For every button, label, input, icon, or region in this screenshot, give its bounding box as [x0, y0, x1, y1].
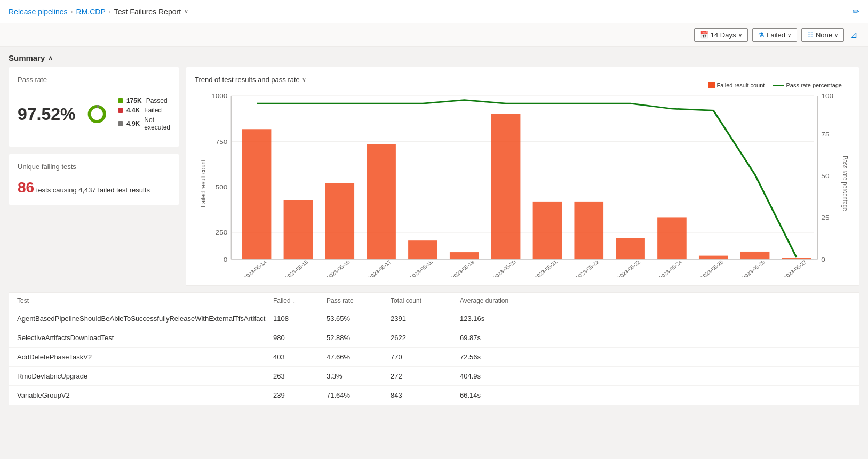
svg-text:2023-05-22: 2023-05-22	[575, 260, 600, 277]
svg-text:250: 250	[216, 230, 228, 236]
failed-label: Failed	[144, 107, 162, 114]
none-label: None	[816, 31, 832, 39]
not-executed-count: 4.9K	[126, 120, 140, 127]
filter-button[interactable]: ⊿	[848, 28, 859, 42]
svg-text:2023-05-17: 2023-05-17	[367, 260, 393, 277]
summary-panels: Pass rate 97.52%	[9, 67, 859, 286]
chart-svg-element: 0 250 500 750 1000 Failed result count 0…	[195, 90, 850, 277]
unique-description: tests causing 4,437 failed test results	[34, 186, 150, 194]
svg-text:2023-05-16: 2023-05-16	[325, 259, 351, 277]
cell-total-4: 843	[391, 391, 460, 399]
svg-text:2023-05-27: 2023-05-27	[782, 260, 808, 277]
cell-failed-1: 980	[273, 334, 327, 342]
table-row[interactable]: AddDeletePhaseTaskV2 403 47.66% 770 72.5…	[9, 348, 859, 367]
svg-text:2023-05-25: 2023-05-25	[699, 259, 725, 277]
legend-failed: 4.4K Failed	[118, 107, 170, 114]
none-filter-button[interactable]: ☷ None ∨	[801, 28, 844, 42]
chart-legend: Failed result count Pass rate percentage	[708, 82, 842, 88]
svg-text:2023-05-18: 2023-05-18	[409, 259, 434, 277]
top-bar: Release pipelines › RM.CDP › Test Failur…	[0, 0, 868, 23]
failed-legend-label: Failed result count	[717, 82, 765, 88]
breadcrumb-rm-cdp[interactable]: RM.CDP	[76, 7, 106, 16]
cell-avg-2: 72.56s	[460, 353, 540, 361]
unique-failing-title: Unique failing tests	[18, 163, 170, 171]
svg-text:500: 500	[216, 184, 228, 190]
bar-7	[533, 202, 562, 259]
chart-title-chevron[interactable]: ∨	[302, 76, 306, 83]
calendar-icon: 📅	[700, 31, 708, 39]
bar-0	[242, 129, 272, 259]
svg-text:50: 50	[821, 173, 829, 179]
bar-1	[284, 200, 313, 259]
legend-not-executed: 4.9K Not executed	[118, 116, 170, 131]
pass-rate-content: 97.52%	[18, 90, 170, 138]
cell-passrate-4: 71.64%	[327, 391, 391, 399]
col-header-passrate: Pass rate	[327, 297, 391, 304]
cell-test-2: AddDeletePhaseTaskV2	[17, 353, 273, 361]
toolbar: 📅 14 Days ∨ ⚗ Failed ∨ ☷ None ∨ ⊿	[0, 23, 868, 47]
bar-9	[616, 238, 645, 259]
svg-text:Failed result count: Failed result count	[199, 159, 207, 207]
pass-rate-title: Pass rate	[18, 76, 170, 84]
breadcrumb-release-pipelines[interactable]: Release pipelines	[9, 7, 68, 16]
sort-icon[interactable]: ↓	[293, 298, 296, 304]
table-row[interactable]: VariableGroupV2 239 71.64% 843 66.14s	[9, 386, 859, 405]
cell-test-0: AgentBasedPipelineShouldBeAbleToSuccessf…	[17, 315, 273, 323]
bar-8	[574, 202, 603, 259]
cell-test-3: RmoDevfabricUpgrade	[17, 372, 273, 380]
cell-total-0: 2391	[391, 315, 460, 323]
svg-text:2023-05-20: 2023-05-20	[491, 259, 517, 277]
svg-point-3	[91, 108, 102, 120]
table-row[interactable]: AgentBasedPipelineShouldBeAbleToSuccessf…	[9, 309, 859, 328]
table-row[interactable]: RmoDevfabricUpgrade 263 3.3% 272 404.9s	[9, 367, 859, 386]
failed-header-label: Failed	[273, 297, 291, 304]
cell-test-4: VariableGroupV2	[17, 391, 273, 399]
days-filter-button[interactable]: 📅 14 Days ∨	[694, 28, 748, 42]
donut-chart	[86, 90, 107, 138]
svg-text:2023-05-19: 2023-05-19	[450, 259, 476, 277]
svg-text:2023-05-15: 2023-05-15	[284, 259, 309, 277]
failed-filter-button[interactable]: ⚗ Failed ∨	[752, 28, 797, 42]
svg-text:Pass rate percentage: Pass rate percentage	[841, 156, 849, 211]
edit-icon[interactable]: ✏	[853, 6, 859, 17]
breadcrumb-current[interactable]: Test Failures Report ∨	[114, 7, 188, 16]
cell-test-1: SelectiveArtifactsDownloadTest	[17, 334, 273, 342]
unique-failing-panel: Unique failing tests 86 tests causing 4,…	[9, 154, 179, 205]
cell-avg-0: 123.16s	[460, 315, 540, 323]
legend-passrate: Pass rate percentage	[773, 82, 842, 88]
cell-failed-2: 403	[273, 353, 327, 361]
cell-passrate-1: 52.88%	[327, 334, 391, 342]
days-chevron: ∨	[738, 32, 742, 38]
passed-dot	[118, 98, 123, 103]
data-table: Test Failed ↓ Pass rate Total count Aver…	[9, 292, 859, 405]
legend-passed: 175K Passed	[118, 97, 170, 104]
cell-passrate-3: 3.3%	[327, 372, 391, 380]
days-label: 14 Days	[711, 31, 736, 39]
chart-wrapper: 0 250 500 750 1000 Failed result count 0…	[195, 90, 850, 277]
cell-total-1: 2622	[391, 334, 460, 342]
svg-text:25: 25	[821, 214, 829, 221]
svg-text:2023-05-21: 2023-05-21	[533, 259, 559, 277]
not-executed-label: Not executed	[144, 116, 170, 131]
cell-passrate-0: 53.65%	[327, 315, 391, 323]
svg-text:1000: 1000	[211, 93, 227, 100]
bar-11	[699, 256, 728, 260]
breadcrumb-sep1: ›	[71, 8, 73, 15]
passrate-legend-label: Pass rate percentage	[786, 82, 842, 88]
cell-total-2: 770	[391, 353, 460, 361]
svg-text:0: 0	[224, 256, 228, 263]
col-header-failed: Failed ↓	[273, 297, 327, 304]
table-row[interactable]: SelectiveArtifactsDownloadTest 980 52.88…	[9, 328, 859, 348]
left-panels: Pass rate 97.52%	[9, 67, 179, 286]
chart-panel: Trend of test results and pass rate ∨ Fa…	[186, 67, 859, 286]
none-chevron: ∨	[834, 32, 838, 38]
failed-count: 4.4K	[126, 107, 140, 114]
cell-avg-3: 404.9s	[460, 372, 540, 380]
breadcrumb: Release pipelines › RM.CDP › Test Failur…	[9, 7, 188, 16]
summary-header[interactable]: Summary ∧	[9, 47, 859, 67]
failed-legend-box	[708, 82, 715, 88]
breadcrumb-current-label: Test Failures Report	[114, 7, 181, 16]
chart-header: Trend of test results and pass rate ∨ Fa…	[195, 76, 850, 84]
failed-label: Failed	[767, 31, 785, 39]
donut-legend: 175K Passed 4.4K Failed 4.9K Not execute…	[118, 97, 170, 131]
